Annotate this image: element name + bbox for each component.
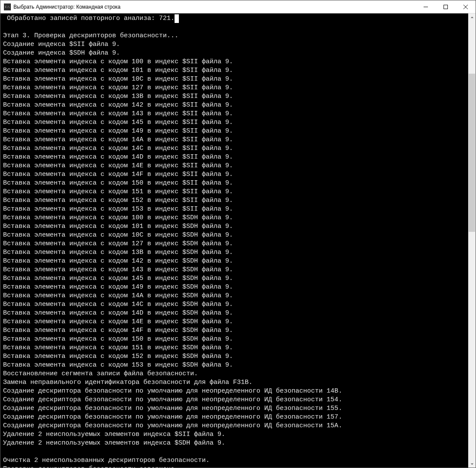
console-line: Вставка элемента индекса с кодом 101 в и… bbox=[3, 66, 466, 75]
console-line: Вставка элемента индекса с кодом 14E в и… bbox=[3, 162, 466, 170]
console-line: Вставка элемента индекса с кодом 142 в и… bbox=[3, 257, 466, 266]
console-line: Проверка дескрипторов безопасности завер… bbox=[3, 465, 466, 468]
vertical-scrollbar[interactable] bbox=[468, 13, 476, 468]
console-line: Вставка элемента индекса с кодом 14F в и… bbox=[3, 170, 466, 179]
console-line: Вставка элемента индекса с кодом 150 в и… bbox=[3, 335, 466, 344]
console-line: Создание дескриптора безопасности по умо… bbox=[3, 404, 466, 413]
console-line bbox=[3, 23, 466, 32]
cmd-icon bbox=[4, 3, 11, 10]
console-line: Вставка элемента индекса с кодом 14C в и… bbox=[3, 300, 466, 309]
console-line: Вставка элемента индекса с кодом 150 в и… bbox=[3, 179, 466, 188]
console-line: Вставка элемента индекса с кодом 149 в и… bbox=[3, 283, 466, 292]
console-line: Вставка элемента индекса с кодом 13B в и… bbox=[3, 92, 466, 101]
command-prompt-window: Выбрать Администратор: Командная строка … bbox=[0, 0, 476, 468]
minimize-icon bbox=[424, 5, 428, 9]
console-line: Вставка элемента индекса с кодом 145 в и… bbox=[3, 118, 466, 127]
console-line: Вставка элемента индекса с кодом 13B в и… bbox=[3, 248, 466, 257]
window-controls bbox=[416, 0, 476, 13]
console-line: Вставка элемента индекса с кодом 14A в и… bbox=[3, 292, 466, 300]
titlebar[interactable]: Выбрать Администратор: Командная строка bbox=[0, 0, 476, 13]
maximize-icon bbox=[444, 5, 448, 9]
console-line: Вставка элемента индекса с кодом 127 в и… bbox=[3, 240, 466, 248]
console-line: Вставка элемента индекса с кодом 14D в и… bbox=[3, 153, 466, 162]
console-line: Вставка элемента индекса с кодом 100 в и… bbox=[3, 58, 466, 66]
console-line: Создание индекса $SII файла 9. bbox=[3, 40, 466, 49]
console-line: Вставка элемента индекса с кодом 100 в и… bbox=[3, 214, 466, 222]
console-line: Очистка 2 неиспользованных дескрипторов … bbox=[3, 456, 466, 465]
console-line: Вставка элемента индекса с кодом 153 в и… bbox=[3, 361, 466, 370]
console-line: Обработано записей повторного анализа: 7… bbox=[3, 14, 466, 23]
console-line: Вставка элемента индекса с кодом 151 в и… bbox=[3, 188, 466, 196]
close-button[interactable] bbox=[456, 0, 476, 13]
console-line: Вставка элемента индекса с кодом 152 в и… bbox=[3, 352, 466, 361]
console-line: Вставка элемента индекса с кодом 10C в и… bbox=[3, 231, 466, 240]
console-line: Вставка элемента индекса с кодом 10C в и… bbox=[3, 75, 466, 84]
console-line: Вставка элемента индекса с кодом 14F в и… bbox=[3, 326, 466, 335]
console-line: Вставка элемента индекса с кодом 14D в и… bbox=[3, 309, 466, 318]
console-line: Вставка элемента индекса с кодом 14C в и… bbox=[3, 144, 466, 153]
console-line: Создание индекса $SDH файла 9. bbox=[3, 49, 466, 58]
console-line: Вставка элемента индекса с кодом 149 в и… bbox=[3, 127, 466, 136]
chevron-down-icon bbox=[470, 462, 474, 466]
selection-cursor bbox=[175, 14, 179, 23]
console-line: Создание дескриптора безопасности по умо… bbox=[3, 396, 466, 404]
console-line: Вставка элемента индекса с кодом 153 в и… bbox=[3, 205, 466, 214]
console-line: Вставка элемента индекса с кодом 143 в и… bbox=[3, 266, 466, 274]
console-line: Восстановление сегмента записи файла без… bbox=[3, 370, 466, 378]
console-line: Удаление 2 неиспользуемых элементов инде… bbox=[3, 430, 466, 439]
console-line bbox=[3, 448, 466, 456]
console-line: Создание дескриптора безопасности по умо… bbox=[3, 387, 466, 396]
console-line: Вставка элемента индекса с кодом 101 в и… bbox=[3, 222, 466, 231]
console-line: Вставка элемента индекса с кодом 151 в и… bbox=[3, 344, 466, 352]
console-line: Создание дескриптора безопасности по умо… bbox=[3, 422, 466, 430]
console-line: Вставка элемента индекса с кодом 14A в и… bbox=[3, 136, 466, 144]
scrollbar-track[interactable] bbox=[468, 21, 476, 460]
svg-rect-0 bbox=[444, 5, 448, 9]
window-title: Выбрать Администратор: Командная строка bbox=[13, 4, 416, 10]
console-line: Вставка элемента индекса с кодом 127 в и… bbox=[3, 84, 466, 92]
console-output[interactable]: Обработано записей повторного анализа: 7… bbox=[0, 13, 468, 468]
console-line: Этап 3. Проверка дескрипторов безопаснос… bbox=[3, 32, 466, 40]
console-line: Вставка элемента индекса с кодом 152 в и… bbox=[3, 196, 466, 205]
console-line: Создание дескриптора безопасности по умо… bbox=[3, 413, 466, 422]
close-icon bbox=[463, 5, 468, 9]
minimize-button[interactable] bbox=[416, 0, 436, 13]
chevron-up-icon bbox=[470, 16, 474, 19]
console-line: Вставка элемента индекса с кодом 142 в и… bbox=[3, 101, 466, 110]
console-line: Вставка элемента индекса с кодом 14E в и… bbox=[3, 318, 466, 326]
console-line: Вставка элемента индекса с кодом 145 в и… bbox=[3, 274, 466, 283]
scrollbar-thumb[interactable] bbox=[469, 74, 475, 232]
scroll-up-button[interactable] bbox=[468, 13, 476, 21]
console-wrap: Обработано записей повторного анализа: 7… bbox=[0, 13, 476, 468]
maximize-button[interactable] bbox=[436, 0, 456, 13]
console-line: Удаление 2 неиспользуемых элементов инде… bbox=[3, 439, 466, 448]
console-line: Вставка элемента индекса с кодом 143 в и… bbox=[3, 110, 466, 118]
console-line: Замена неправильного идентификатора безо… bbox=[3, 378, 466, 387]
scroll-down-button[interactable] bbox=[468, 460, 476, 468]
